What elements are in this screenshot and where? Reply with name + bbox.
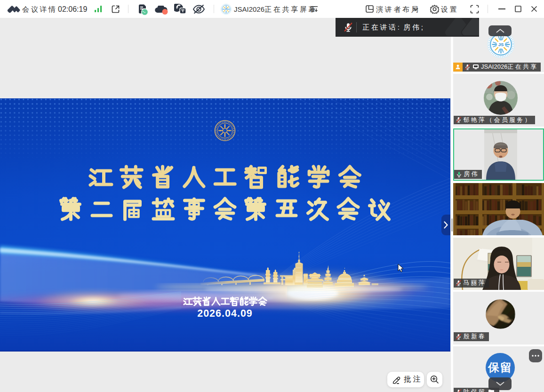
svg-text:JS: JS: [498, 42, 504, 47]
svg-text:2026.04.09: 2026.04.09: [197, 308, 253, 319]
svg-text:JS: JS: [225, 8, 228, 10]
